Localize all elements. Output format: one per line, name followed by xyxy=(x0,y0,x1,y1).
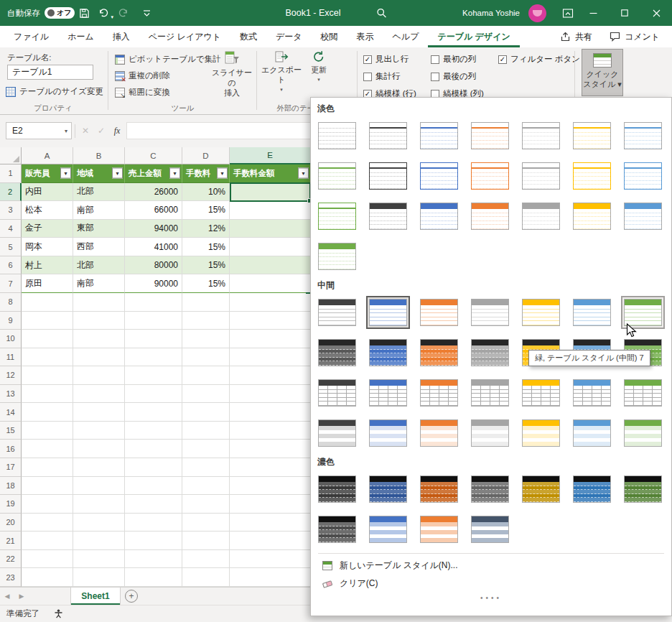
cell-C20[interactable] xyxy=(125,514,182,532)
cell-E1[interactable]: 手数料金額▾ xyxy=(230,164,311,183)
tab-review[interactable]: 校閲 xyxy=(312,26,347,47)
cell-E7[interactable] xyxy=(230,274,311,293)
tab-help[interactable]: ヘルプ xyxy=(383,26,429,47)
cell-E17[interactable] xyxy=(230,458,311,477)
tab-view[interactable]: 表示 xyxy=(347,26,383,47)
cell-A18[interactable] xyxy=(22,477,73,496)
cell-B15[interactable] xyxy=(73,422,125,440)
tab-formulas[interactable]: 数式 xyxy=(230,26,266,47)
cell-B9[interactable] xyxy=(73,312,125,330)
sheet-tab-sheet1[interactable]: Sheet1 xyxy=(70,588,121,605)
table-style-medium-3[interactable] xyxy=(417,296,461,329)
row-header-23[interactable]: 23 xyxy=(0,568,22,587)
close-button[interactable] xyxy=(640,0,672,26)
table-style-light-7[interactable] xyxy=(315,159,359,192)
cell-D7[interactable]: 15% xyxy=(182,274,230,293)
ribbon-display-options-button[interactable] xyxy=(558,0,577,26)
table-style-medium-20[interactable] xyxy=(570,376,614,409)
column-header-E[interactable]: E xyxy=(230,147,311,164)
cell-D14[interactable] xyxy=(182,403,230,422)
cell-D21[interactable] xyxy=(182,532,230,550)
cell-C6[interactable]: 80000 xyxy=(125,256,182,275)
cell-D6[interactable]: 15% xyxy=(182,256,230,275)
cell-A10[interactable] xyxy=(22,330,73,348)
cell-C8[interactable] xyxy=(125,293,182,312)
table-style-dark-9[interactable] xyxy=(366,513,410,546)
cell-E11[interactable] xyxy=(230,348,311,367)
avatar[interactable] xyxy=(528,4,546,22)
tab-insert[interactable]: 挿入 xyxy=(103,26,139,47)
cell-B20[interactable] xyxy=(73,514,125,532)
cell-C23[interactable] xyxy=(125,568,182,587)
cell-E20[interactable] xyxy=(230,514,311,532)
cell-C10[interactable] xyxy=(125,330,182,348)
checkbox-unchecked-icon[interactable] xyxy=(431,55,439,64)
cell-C21[interactable] xyxy=(125,532,182,550)
row-header-6[interactable]: 6 xyxy=(0,256,22,275)
row-header-15[interactable]: 15 xyxy=(0,422,22,440)
cell-C2[interactable]: 26000 xyxy=(125,183,182,202)
table-style-medium-21[interactable] xyxy=(621,376,665,409)
cell-E5[interactable] xyxy=(230,238,311,256)
insert-slicer-button[interactable]: スライサーの 挿入 xyxy=(211,50,253,98)
column-header-A[interactable]: A xyxy=(22,147,73,164)
cell-C3[interactable]: 66000 xyxy=(125,201,182,220)
cancel-entry-button[interactable]: ✕ xyxy=(78,122,93,139)
clear-style-menu-item[interactable]: クリア(C) xyxy=(315,575,667,593)
cell-E13[interactable] xyxy=(230,385,311,404)
qat-customize-button[interactable] xyxy=(137,0,157,26)
sheet-nav-left-icon[interactable]: ◀ xyxy=(0,588,14,605)
cell-C17[interactable] xyxy=(125,458,182,477)
minimize-button[interactable] xyxy=(577,0,609,26)
row-header-5[interactable]: 5 xyxy=(0,238,22,256)
table-style-light-4[interactable] xyxy=(519,119,563,152)
cell-E10[interactable] xyxy=(230,330,311,348)
cell-A21[interactable] xyxy=(22,532,73,550)
cell-B1[interactable]: 地域▾ xyxy=(73,164,125,183)
table-style-medium-19[interactable] xyxy=(519,376,563,409)
table-style-medium-8[interactable] xyxy=(315,336,359,369)
cell-E3[interactable] xyxy=(230,201,311,220)
table-style-medium-24[interactable] xyxy=(417,417,461,450)
table-style-medium-4[interactable] xyxy=(468,296,512,329)
table-style-medium-15[interactable] xyxy=(315,376,359,409)
cell-B23[interactable] xyxy=(73,568,125,587)
cell-D17[interactable] xyxy=(182,458,230,477)
cell-B19[interactable] xyxy=(73,495,125,514)
cell-E19[interactable] xyxy=(230,495,311,514)
cell-C9[interactable] xyxy=(125,312,182,330)
cell-B5[interactable]: 西部 xyxy=(73,238,125,256)
cell-A16[interactable] xyxy=(22,440,73,458)
cell-E8[interactable] xyxy=(230,293,311,312)
table-style-dark-3[interactable] xyxy=(417,473,461,506)
cell-D20[interactable] xyxy=(182,514,230,532)
table-style-light-12[interactable] xyxy=(570,159,614,192)
cell-B21[interactable] xyxy=(73,532,125,550)
autosave-toggle[interactable]: 自動保存 オフ xyxy=(7,7,75,19)
cell-A8[interactable] xyxy=(22,293,73,312)
convert-to-range-button[interactable]: 範囲に変換 xyxy=(115,87,170,98)
row-header-19[interactable]: 19 xyxy=(0,495,22,514)
table-style-medium-17[interactable] xyxy=(417,376,461,409)
row-header-14[interactable]: 14 xyxy=(0,403,22,422)
cell-C13[interactable] xyxy=(125,385,182,404)
option-last-column[interactable]: 最後の列 xyxy=(431,71,476,82)
cell-D10[interactable] xyxy=(182,330,230,348)
row-header-21[interactable]: 21 xyxy=(0,532,22,550)
table-style-dark-5[interactable] xyxy=(519,473,563,506)
table-style-medium-6[interactable] xyxy=(570,296,614,329)
filter-button-D1[interactable]: ▾ xyxy=(217,168,228,179)
cell-A13[interactable] xyxy=(22,385,73,404)
insert-function-button[interactable]: fx xyxy=(109,122,125,139)
cell-B11[interactable] xyxy=(73,348,125,367)
row-header-16[interactable]: 16 xyxy=(0,440,22,458)
option-header-row[interactable]: 見出し行 xyxy=(363,54,409,65)
table-style-light-10[interactable] xyxy=(468,159,512,192)
cell-E12[interactable] xyxy=(230,366,311,385)
row-header-20[interactable]: 20 xyxy=(0,514,22,532)
maximize-button[interactable] xyxy=(609,0,640,26)
filter-button-A1[interactable]: ▾ xyxy=(60,168,71,179)
table-style-light-9[interactable] xyxy=(417,159,461,192)
cell-C1[interactable]: 売上金額▾ xyxy=(125,164,182,183)
save-button[interactable] xyxy=(75,0,94,26)
